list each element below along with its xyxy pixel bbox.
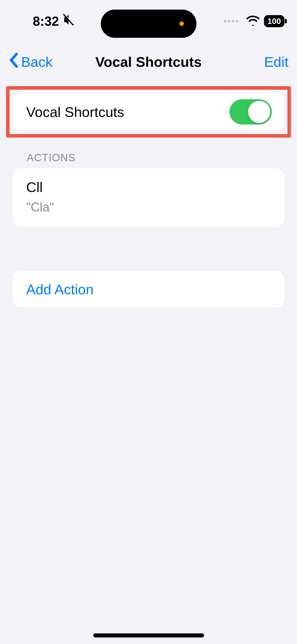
wifi-icon [246,16,259,27]
action-title: Cll [26,179,271,195]
orange-indicator-dot [179,21,184,26]
add-action-section: Add Action [13,271,284,307]
actions-section: ACTIONS Cll "Cla" [13,152,284,227]
battery-level: 100 [268,17,281,25]
toggle-knob [248,101,270,123]
vocal-shortcuts-cell[interactable]: Vocal Shortcuts [13,93,284,131]
status-left: 8:32 [33,14,74,29]
chevron-left-icon [9,52,19,71]
highlight-annotation: Vocal Shortcuts [6,86,291,138]
action-item[interactable]: Cll "Cla" [13,168,284,227]
add-action-button[interactable]: Add Action [13,271,284,307]
back-button[interactable]: Back [9,52,53,71]
action-subtitle: "Cla" [26,200,271,214]
add-action-group: Add Action [13,271,284,307]
add-action-label: Add Action [26,281,94,298]
battery-indicator: 100 [264,15,284,27]
status-bar: 8:32 100 [0,0,297,42]
dynamic-island [101,10,196,38]
edit-button[interactable]: Edit [264,54,289,70]
status-right: 100 [224,15,284,27]
home-indicator[interactable] [93,633,204,637]
page-dots-indicator [224,20,238,22]
back-label: Back [21,54,53,70]
vocal-shortcuts-group: Vocal Shortcuts [13,93,284,131]
navigation-bar: Back Vocal Shortcuts Edit [0,48,297,76]
status-time: 8:32 [33,14,59,29]
vocal-shortcuts-label: Vocal Shortcuts [26,104,124,120]
actions-group: Cll "Cla" [13,168,284,227]
actions-header: ACTIONS [13,152,284,168]
silent-mode-icon [63,14,74,29]
vocal-shortcuts-toggle[interactable] [229,99,272,124]
